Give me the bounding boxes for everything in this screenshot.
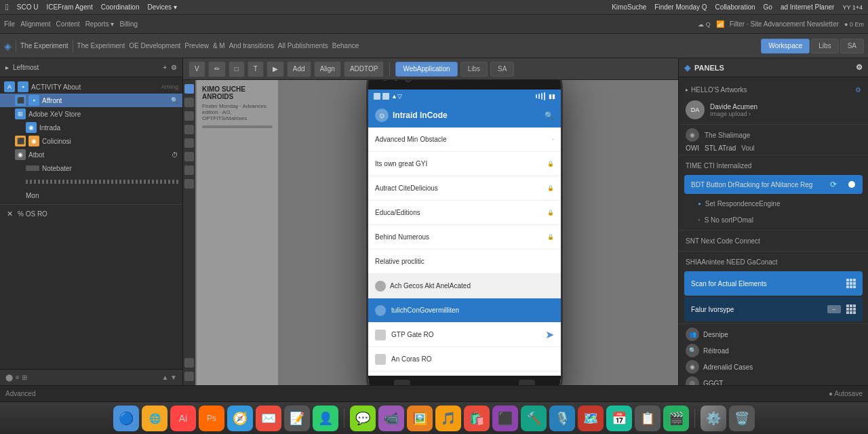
taskbar-icon-settings[interactable]: ⚙️: [701, 406, 726, 431]
phone-menu-advanced[interactable]: Advanced Min Obstacle ›: [368, 127, 561, 152]
tool-zoom[interactable]: [184, 358, 194, 368]
taskbar-icon-finder[interactable]: 🔵: [113, 406, 139, 431]
tool-text[interactable]: [184, 165, 194, 175]
menu-item-finder[interactable]: Finder Monday Q: [654, 3, 707, 11]
taskbar-icon-photos[interactable]: 🖼️: [407, 406, 433, 431]
taskbar-icon-adobe[interactable]: Ai: [170, 406, 196, 431]
rp-item-gggt[interactable]: ◎ GGGT: [679, 375, 868, 385]
toolbar-behance[interactable]: Behance: [332, 42, 359, 50]
tool-pen[interactable]: [184, 152, 194, 161]
menu-alignment[interactable]: Alignment: [20, 20, 50, 28]
rp-item-falur[interactable]: Falur Ivorsype ←: [684, 297, 863, 321]
phone-header-search[interactable]: 🔍: [545, 111, 554, 120]
section-header-time-cti[interactable]: TIME CTI Internalized: [679, 157, 868, 174]
section-header-artworks[interactable]: ▸ HELLO'S Artworks ⚙: [679, 81, 868, 98]
phone-content-area[interactable]: Advanced Min Obstacle › Its own great GY…: [368, 127, 561, 376]
layer-item-affront[interactable]: ⬛ ▪ Affront 🔍: [0, 94, 182, 107]
taskbar-icon-facetime[interactable]: 📹: [378, 406, 404, 431]
toolbar-m[interactable]: & M: [213, 42, 225, 50]
taskbar-icon-notes[interactable]: 📝: [284, 406, 310, 431]
shape-tool[interactable]: □: [229, 61, 245, 77]
taskbar-icon-safari[interactable]: 🧭: [227, 406, 253, 431]
select-tool[interactable]: V: [189, 61, 205, 77]
tool-line[interactable]: [184, 138, 194, 148]
phone-recent-btn[interactable]: ▣: [519, 380, 535, 385]
canvas-area[interactable]: KIMO SUCHE ANROIDS Finder Monday · Advan…: [183, 80, 678, 385]
phone-menu-educa[interactable]: Educa/Editions 🔒: [368, 201, 561, 225]
menu-filter[interactable]: Filter · Site Advancement Newsletter: [730, 20, 839, 28]
layer-item-notebater[interactable]: Notebater: [0, 161, 182, 175]
taskbar-icon-appstore[interactable]: 🛍️: [464, 406, 490, 431]
taskbar-icon-terminal[interactable]: ⬛: [492, 406, 518, 431]
tool-cursor[interactable]: [184, 84, 194, 94]
taskbar-icon-xcode[interactable]: 🔨: [521, 406, 547, 431]
tool-select[interactable]: [184, 98, 194, 107]
phone-menu-autract[interactable]: Autract CiteDelicious 🔒: [368, 176, 561, 201]
taskbar-icon-messages[interactable]: 💬: [350, 406, 376, 431]
rp-item-davide[interactable]: DA Davide Acumen Image upload ›: [679, 98, 868, 122]
section-header-shia[interactable]: SHIAAnintee NEED GaConact: [679, 254, 868, 270]
section-header-snt[interactable]: SNT Next Code Connect: [679, 233, 868, 249]
rp-item-scan-elements[interactable]: Scan for Actual Elements: [684, 271, 863, 296]
layer-item-atbot[interactable]: ◉ Atbot ⏱: [0, 148, 182, 161]
taskbar-icon-mail[interactable]: ✉️: [256, 406, 281, 431]
phone-menu-search-item[interactable]: tulichConGovermilliten: [368, 298, 561, 323]
phone-menu-gyi[interactable]: Its own great GYI 🔒: [368, 152, 561, 176]
taskbar-icon-contacts[interactable]: 👤: [313, 406, 338, 431]
phone-menu-behind[interactable]: Behind Numerous 🔒: [368, 225, 561, 250]
menu-view[interactable]: Billing: [119, 20, 138, 28]
taskbar-icon-music[interactable]: 🎵: [435, 406, 461, 431]
panel-add-icon[interactable]: +: [163, 64, 167, 71]
panel-settings-icon[interactable]: ⚙: [171, 64, 177, 71]
rp-item-adrenalid[interactable]: ◉ Adrenalid Cases: [679, 359, 868, 375]
menu-item-sco[interactable]: SCO U: [17, 3, 39, 11]
panel-expand-icon[interactable]: ▸: [5, 64, 9, 71]
menu-item-internet[interactable]: ad Internet Planer: [781, 3, 835, 11]
phone-menu-ancoras[interactable]: An Coras RO: [368, 347, 561, 372]
menu-item-device[interactable]: Devices ▾: [148, 3, 177, 11]
fill-tool[interactable]: ▶: [267, 61, 284, 77]
section-action-icon[interactable]: ⚙: [855, 86, 861, 94]
layer-item-osro[interactable]: ✕ % OS RO: [0, 207, 182, 220]
layer-item-colicinosi[interactable]: ⬛ ◉ Colicinosi: [0, 134, 182, 148]
menu-file[interactable]: File: [4, 20, 15, 28]
taskbar-icon-adobe2[interactable]: Ps: [199, 406, 224, 431]
right-panel-settings-icon[interactable]: ⚙: [856, 63, 863, 72]
zoom-tool[interactable]: Add: [287, 61, 311, 77]
menu-item-kimosuch[interactable]: KimoSuche: [612, 3, 646, 11]
inner-tab-1[interactable]: WebApplication: [395, 62, 457, 77]
phone-back-btn[interactable]: ◁: [394, 380, 410, 385]
layer-item-intrada[interactable]: ◉ Intrada: [0, 121, 182, 134]
taskbar-icon-trash[interactable]: 🗑️: [729, 406, 755, 431]
menu-item-icefram[interactable]: ICEFram Agent: [46, 3, 92, 11]
section-header-shalimage[interactable]: ◉ The Shalimage: [679, 127, 868, 143]
taskbar-icon-launchpad[interactable]: 🌐: [142, 406, 167, 431]
menu-item-go[interactable]: Go: [764, 3, 772, 11]
toggle-bdt[interactable]: [840, 180, 856, 189]
rp-list-respondence[interactable]: ● Set RespondenceEngine: [679, 195, 868, 212]
menu-item-coordination[interactable]: Coordination: [101, 3, 140, 11]
toolbar-transitions[interactable]: And transitions: [229, 42, 274, 50]
text-tool[interactable]: T: [248, 61, 264, 77]
rp-list-sortpomal[interactable]: ● S No sortPOmal: [679, 212, 868, 228]
toolbar-preview2[interactable]: Preview: [184, 42, 209, 50]
tab-libs[interactable]: Libs: [811, 39, 838, 54]
tool-rect[interactable]: [184, 111, 194, 121]
tool-hand[interactable]: [184, 372, 194, 381]
layer-item-activity-about[interactable]: A ▪ ACTIVITY About Aming: [0, 80, 182, 94]
layer-item-mon[interactable]: [0, 175, 182, 189]
tool-image[interactable]: [184, 179, 194, 189]
apple-menu[interactable]: : [5, 2, 9, 12]
tab-workspace[interactable]: Workspace: [761, 39, 810, 54]
rp-item-reitroad[interactable]: 🔍 Réitroad: [679, 342, 868, 359]
align-tool[interactable]: Align: [314, 61, 341, 77]
more-tool[interactable]: ADDTOP: [344, 61, 384, 77]
phone-menu-relative[interactable]: Relative proclitic: [368, 250, 561, 274]
tab-sa[interactable]: SA: [840, 39, 864, 54]
phone-menu-gtp[interactable]: GTP Gate RO ➤: [368, 323, 561, 347]
menu-reports[interactable]: Reports ▾: [85, 20, 115, 28]
sync-icon[interactable]: ⟳: [830, 180, 837, 189]
toolbar-preview[interactable]: The Experiment: [77, 42, 125, 50]
inner-tab-2[interactable]: Libs: [460, 62, 488, 77]
rp-item-desnipe[interactable]: 👥 Desnipe: [679, 326, 868, 342]
